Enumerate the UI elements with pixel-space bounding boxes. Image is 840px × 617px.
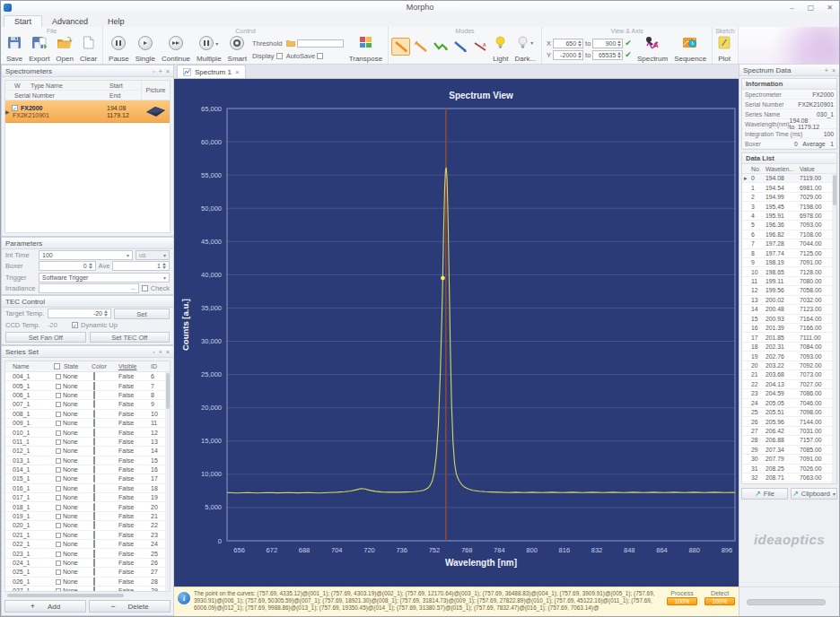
data-row[interactable]: 13200.027032.00 (742, 296, 836, 305)
y-apply-check-icon[interactable]: ✔ (625, 51, 632, 59)
data-row[interactable]: 18202.317084.00 (742, 343, 836, 352)
series-row[interactable]: 006_1 NoneFalse8 (5, 391, 170, 400)
continue-button[interactable]: Continue (159, 35, 193, 64)
display-option[interactable]: Display (252, 52, 283, 60)
mode-dark-button[interactable] (411, 38, 430, 56)
tab-close-icon[interactable]: × (235, 68, 240, 76)
tab-help[interactable]: Help (98, 16, 135, 27)
export-file-button[interactable]: ↗File (741, 488, 788, 500)
data-row[interactable]: 17201.857111.00 (742, 333, 836, 342)
boxer-spinner[interactable]: 0 (39, 261, 96, 271)
tab-spectrum-1[interactable]: Spectrum 1 × (177, 65, 246, 78)
close-button[interactable]: ✕ (820, 2, 839, 13)
open-button[interactable]: Open (53, 35, 76, 64)
data-row[interactable]: 30207.797091.00 (742, 455, 836, 464)
series-row[interactable]: 009_1 NoneFalse11 (5, 419, 170, 428)
device-checkbox[interactable]: ✓ (12, 105, 18, 111)
series-row[interactable]: 004_1 NoneFalse6 (5, 372, 170, 381)
x-from-spinner[interactable]: 650 (553, 39, 583, 48)
dark-button[interactable]: ▾ Dark... (512, 35, 539, 64)
spectrum-chart[interactable]: 05,00010,00015,00020,00025,00030,00035,0… (174, 79, 740, 588)
data-row[interactable]: 16201.397166.00 (742, 324, 836, 333)
series-horizontal-scrollbar[interactable] (5, 593, 170, 597)
series-row[interactable]: 013_1 NoneFalse15 (5, 456, 170, 465)
data-row[interactable]: 3195.457198.00 (742, 202, 836, 211)
display-checkbox[interactable] (276, 53, 283, 59)
series-row[interactable]: 027_1 NoneFalse29 (5, 587, 170, 591)
set-fan-off-button[interactable]: Set Fan Off (5, 332, 86, 343)
y-from-spinner[interactable]: -2000 (553, 50, 583, 60)
data-row[interactable]: 8197.747125.00 (742, 249, 836, 258)
sequence-view-button[interactable]: Sequence (671, 35, 709, 64)
tab-start[interactable]: Start (4, 15, 42, 27)
data-row[interactable]: ▸0194.087119.00 (742, 174, 836, 183)
series-row[interactable]: 022_1 NoneFalse24 (5, 540, 170, 549)
series-row[interactable]: 016_1 NoneFalse18 (5, 484, 170, 493)
series-row[interactable]: 017_1 NoneFalse19 (5, 493, 170, 502)
plot-button[interactable]: Plot (715, 35, 733, 64)
state-all-checkbox[interactable] (54, 363, 60, 369)
series-row[interactable]: 010_1 NoneFalse12 (5, 428, 170, 437)
data-row[interactable]: 5196.367093.00 (742, 221, 836, 230)
data-row[interactable]: 20203.227092.00 (742, 361, 836, 370)
series-vertical-scrollbar[interactable] (165, 372, 170, 591)
smart-button[interactable]: Smart (225, 35, 249, 64)
spectrometer-row[interactable]: ▶ ✓ FX2000 194.08 FX2K210901 1179.12 (5, 100, 170, 123)
close-panel-icon[interactable]: × (832, 65, 836, 76)
x-apply-check-icon[interactable]: ✔ (625, 39, 632, 48)
light-button[interactable]: Light (490, 35, 511, 64)
int-time-unit-select[interactable]: us▾ (136, 250, 170, 260)
autosave-option[interactable]: AutoSave (286, 52, 344, 60)
horizontal-scrollbar-thumb[interactable] (747, 599, 826, 605)
data-row[interactable]: 25205.517098.00 (742, 408, 836, 417)
series-row[interactable]: 019_1 NoneFalse21 (5, 512, 170, 521)
data-list-scrollbar[interactable] (832, 174, 836, 483)
data-row[interactable]: 29207.347085.00 (742, 446, 836, 455)
autosave-path-field[interactable] (297, 39, 344, 48)
mode-reflectance-button[interactable]: A (470, 38, 489, 56)
series-row[interactable]: 020_1 NoneFalse22 (5, 521, 170, 530)
series-row[interactable]: 014_1 NoneFalse16 (5, 465, 170, 474)
pause-button[interactable]: Pause (106, 35, 132, 64)
data-row[interactable]: 19202.767093.00 (742, 352, 836, 361)
series-row[interactable]: 011_1 NoneFalse13 (5, 438, 170, 447)
irradiance-field[interactable]: -- (39, 283, 139, 293)
pin-panel-icon[interactable]: + (159, 346, 162, 358)
target-temp-spinner[interactable]: -20 (48, 308, 111, 318)
data-row[interactable]: 32208.717063.00 (742, 474, 836, 482)
data-row[interactable]: 23204.597086.00 (742, 389, 836, 398)
multiple-button[interactable]: ▾ Multiple (194, 35, 224, 64)
series-row[interactable]: 008_1 NoneFalse10 (5, 410, 170, 419)
close-panel-icon[interactable]: × (166, 346, 170, 358)
series-row[interactable]: 024_1 NoneFalse26 (5, 559, 170, 568)
data-row[interactable]: 26205.967144.00 (742, 417, 836, 426)
check-checkbox[interactable] (142, 285, 148, 291)
data-row[interactable]: 11199.117080.00 (742, 277, 836, 286)
data-row[interactable]: 10198.657128.00 (742, 267, 836, 276)
data-row[interactable]: 21203.687073.00 (742, 370, 836, 379)
mode-raw-button[interactable] (391, 38, 410, 56)
dynamic-up-checkbox[interactable]: ✓ (72, 322, 78, 328)
data-row[interactable]: 15200.937164.00 (742, 315, 836, 324)
series-row[interactable]: 015_1 NoneFalse17 (5, 474, 170, 483)
data-row[interactable]: 6196.827108.00 (742, 230, 836, 239)
float-panel-icon[interactable]: ▫ (153, 346, 154, 358)
close-panel-icon[interactable]: × (166, 65, 170, 77)
delete-series-button[interactable]: −Delete (89, 600, 171, 613)
ave-spinner[interactable]: 1 (112, 261, 170, 271)
data-row[interactable]: 27206.427031.00 (742, 427, 836, 436)
clear-button[interactable]: Clear (77, 35, 100, 64)
spectrum-view-button[interactable]: A Spectrum (634, 35, 670, 64)
series-row[interactable]: 005_1 NoneFalse7 (5, 381, 170, 390)
pin-panel-icon[interactable]: + (159, 65, 162, 77)
data-row[interactable]: 24205.057046.00 (742, 399, 836, 408)
export-button[interactable]: Export (26, 35, 52, 64)
data-row[interactable]: 12199.567058.00 (742, 286, 836, 295)
data-row[interactable]: 7197.287044.00 (742, 239, 836, 248)
mode-transmission-button[interactable] (431, 38, 450, 56)
series-row[interactable]: 021_1 NoneFalse23 (5, 531, 170, 540)
x-to-spinner[interactable]: 900 (592, 39, 623, 48)
series-row[interactable]: 018_1 NoneFalse20 (5, 502, 170, 511)
set-tec-off-button[interactable]: Set TEC Off (90, 332, 171, 343)
float-panel-icon[interactable]: ▫ (153, 65, 154, 77)
